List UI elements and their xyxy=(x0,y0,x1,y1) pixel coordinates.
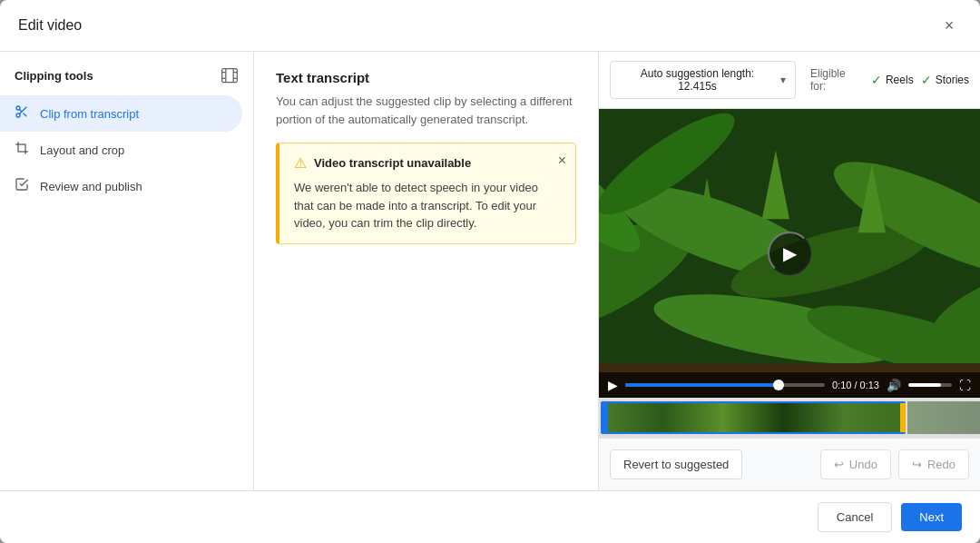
svg-line-11 xyxy=(19,109,22,112)
sidebar-item-publish[interactable]: Review and publish xyxy=(0,168,253,204)
sidebar-item-layout-label: Layout and crop xyxy=(40,143,124,157)
modal-body: Clipping tools xyxy=(0,52,980,490)
volume-fill xyxy=(908,383,941,387)
progress-fill xyxy=(625,383,779,387)
eligible-for: Eligible for: ✓ Reels ✓ Stories xyxy=(810,67,969,93)
svg-line-10 xyxy=(24,114,27,117)
next-button[interactable]: Next xyxy=(901,503,962,531)
right-panel: Auto suggestion length: 12.415s ▾ Eligib… xyxy=(599,52,980,490)
timeline-handle-left[interactable] xyxy=(603,403,608,432)
warning-close-button[interactable]: × xyxy=(558,153,566,169)
modal-footer: Cancel Next xyxy=(0,490,980,543)
svg-rect-0 xyxy=(222,69,238,83)
sidebar-item-publish-label: Review and publish xyxy=(40,180,142,193)
stories-check-icon: ✓ xyxy=(921,73,932,87)
stories-label: Stories xyxy=(936,74,969,86)
timeline-handle-right[interactable] xyxy=(900,403,906,432)
redo-icon: ↪ xyxy=(912,458,922,471)
auto-suggestion-label: Auto suggestion length: 12.415s xyxy=(620,67,775,93)
video-container: ▶ ▶ 0:10 xyxy=(599,109,980,398)
timeline-strip[interactable] xyxy=(599,398,980,438)
chevron-down-icon: ▾ xyxy=(780,74,786,86)
auto-suggestion-dropdown[interactable]: Auto suggestion length: 12.415s ▾ xyxy=(610,61,796,99)
panel-title: Text transcript xyxy=(276,70,576,85)
modal-header: Edit video × xyxy=(0,0,980,52)
play-button[interactable]: ▶ xyxy=(768,232,811,275)
warning-title: Video transcript unavailable xyxy=(314,156,471,170)
timeline-overflow xyxy=(907,401,980,434)
reels-check-icon: ✓ xyxy=(871,73,882,87)
crop-icon xyxy=(15,141,29,159)
play-pause-button[interactable]: ▶ xyxy=(608,378,618,392)
redo-button[interactable]: ↪ Redo xyxy=(898,449,969,479)
timeline-inner xyxy=(599,398,980,438)
action-bar: Revert to suggested ↩ Undo ↪ Redo xyxy=(599,438,980,490)
play-overlay: ▶ xyxy=(599,109,980,398)
publish-icon xyxy=(15,177,29,195)
timeline-clip[interactable] xyxy=(601,401,906,434)
video-top-bar: Auto suggestion length: 12.415s ▾ Eligib… xyxy=(599,52,980,109)
reels-badge: ✓ Reels xyxy=(871,73,914,87)
progress-track[interactable] xyxy=(625,383,825,387)
warning-header: ⚠ Video transcript unavailable xyxy=(294,154,561,172)
film-icon-button[interactable] xyxy=(220,66,239,84)
reels-label: Reels xyxy=(886,74,914,86)
svg-point-8 xyxy=(16,114,20,117)
close-button[interactable]: × xyxy=(936,13,962,38)
redo-label: Redo xyxy=(927,458,956,471)
time-display: 0:10 / 0:13 xyxy=(832,380,879,390)
svg-rect-12 xyxy=(18,144,25,152)
current-time: 0:10 xyxy=(832,380,851,390)
revert-button[interactable]: Revert to suggested xyxy=(610,449,742,479)
panel-description: You can adjust the suggested clip by sel… xyxy=(276,93,576,128)
undo-icon: ↩ xyxy=(834,458,844,471)
sidebar-item-layout[interactable]: Layout and crop xyxy=(0,132,253,168)
undo-button[interactable]: ↩ Undo xyxy=(820,449,891,479)
fullscreen-button[interactable]: ⛶ xyxy=(959,379,971,392)
total-time: 0:13 xyxy=(860,380,879,390)
sidebar-section-title: Clipping tools xyxy=(0,66,253,95)
sidebar-item-clip-label: Clip from transcript xyxy=(40,107,139,121)
modal-title: Edit video xyxy=(18,17,82,34)
cancel-button[interactable]: Cancel xyxy=(818,502,892,532)
warning-icon: ⚠ xyxy=(294,154,307,172)
sidebar: Clipping tools xyxy=(0,52,254,490)
volume-track[interactable] xyxy=(908,383,952,387)
edit-video-modal: Edit video × Clipping tools xyxy=(0,0,980,543)
center-panel: Text transcript You can adjust the sugge… xyxy=(254,52,599,490)
svg-point-7 xyxy=(16,106,20,110)
eligible-label: Eligible for: xyxy=(810,67,864,93)
undo-label: Undo xyxy=(849,458,877,471)
video-controls: ▶ 0:10 / 0:13 🔊 xyxy=(599,372,980,398)
volume-button[interactable]: 🔊 xyxy=(887,379,901,392)
progress-row: ▶ 0:10 / 0:13 🔊 xyxy=(608,378,971,392)
stories-badge: ✓ Stories xyxy=(921,73,969,87)
progress-thumb xyxy=(773,380,784,390)
sidebar-item-clip[interactable]: Clip from transcript xyxy=(0,95,242,132)
warning-box: ⚠ Video transcript unavailable × We were… xyxy=(276,143,576,244)
scissors-icon xyxy=(15,104,29,123)
warning-text: We weren't able to detect speech in your… xyxy=(294,179,561,232)
